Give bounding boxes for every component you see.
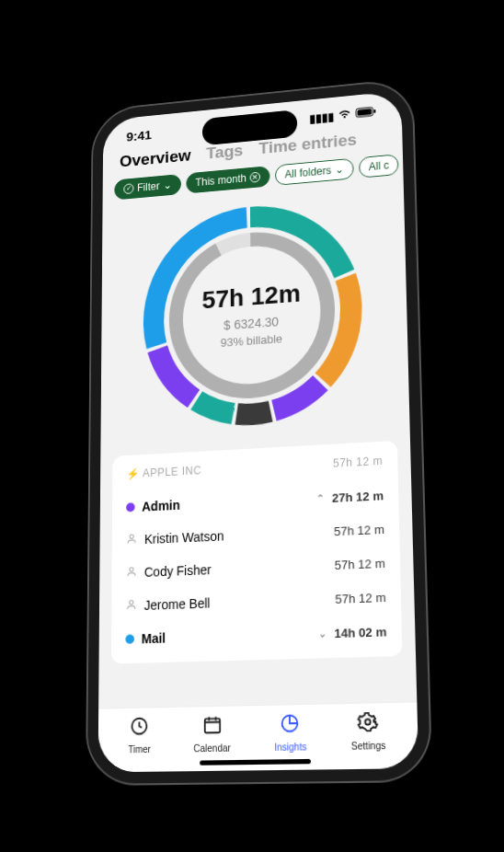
extra-label: All c bbox=[369, 159, 389, 173]
project-row[interactable]: Mail⌄ 14h 02 m bbox=[125, 615, 387, 656]
nav-calendar[interactable]: Calendar bbox=[193, 714, 230, 754]
clock: 9:41 bbox=[126, 127, 151, 144]
battery-icon bbox=[355, 106, 377, 121]
extra-chip[interactable]: All c bbox=[359, 154, 399, 178]
status-icons: ▮▮▮▮ bbox=[309, 106, 376, 125]
person-name: Cody Fisher bbox=[144, 562, 212, 580]
phone-frame: 9:41 ▮▮▮▮ Overview Tags Time entries ✓ F… bbox=[87, 79, 430, 784]
svg-point-5 bbox=[130, 600, 133, 604]
nav-settings[interactable]: Settings bbox=[350, 711, 385, 752]
person-name: Kristin Watson bbox=[144, 528, 224, 547]
client-name: APPLE INC bbox=[143, 464, 201, 479]
person-duration: 57h 12 m bbox=[335, 590, 385, 605]
nav-insights-label: Insights bbox=[274, 742, 306, 753]
chevron-down-icon: ⌄ bbox=[163, 179, 171, 192]
total-time: 57h 12m bbox=[202, 279, 301, 315]
calendar-icon bbox=[202, 714, 223, 740]
donut-chart: 57h 12m $ 6324.30 93% billable bbox=[100, 185, 410, 457]
nav-timer-label: Timer bbox=[128, 744, 151, 755]
person-duration: 57h 12 m bbox=[335, 556, 385, 572]
svg-point-9 bbox=[365, 720, 371, 725]
clock-icon bbox=[130, 716, 149, 742]
project-name: Mail bbox=[142, 630, 166, 646]
project-color-dot bbox=[125, 634, 134, 643]
nav-calendar-label: Calendar bbox=[193, 743, 230, 754]
svg-rect-7 bbox=[204, 719, 219, 733]
client-card: ⚡ APPLE INC 57h 12 m Admin⌃ 27h 12 mKris… bbox=[111, 441, 403, 664]
check-circle-icon: ✓ bbox=[123, 183, 133, 194]
svg-rect-1 bbox=[358, 109, 372, 116]
person-name: Jerome Bell bbox=[144, 595, 211, 613]
wifi-icon bbox=[338, 109, 352, 122]
person-icon bbox=[126, 598, 138, 613]
tab-overview[interactable]: Overview bbox=[120, 146, 191, 171]
client-total: 57h 12 m bbox=[333, 455, 383, 470]
chevron-down-icon: ⌄ bbox=[318, 627, 326, 639]
signal-icon: ▮▮▮▮ bbox=[309, 110, 334, 125]
folders-label: All folders bbox=[285, 165, 332, 181]
chart-icon bbox=[280, 712, 301, 739]
person-duration: 57h 12 m bbox=[334, 522, 384, 538]
svg-point-3 bbox=[130, 535, 133, 538]
svg-point-4 bbox=[130, 568, 133, 571]
project-duration: 14h 02 m bbox=[334, 624, 386, 639]
total-amount: $ 6324.30 bbox=[223, 314, 279, 332]
bolt-icon: ⚡ bbox=[126, 467, 140, 480]
nav-insights[interactable]: Insights bbox=[274, 712, 306, 753]
nav-timer[interactable]: Timer bbox=[128, 716, 151, 755]
chevron-up-icon: ⌃ bbox=[316, 492, 325, 504]
billable-percent: 93% billable bbox=[221, 331, 282, 349]
filter-label: Filter bbox=[137, 180, 160, 194]
period-label: This month bbox=[195, 172, 246, 189]
person-icon bbox=[126, 565, 137, 580]
project-duration: 27h 12 m bbox=[332, 489, 384, 505]
svg-rect-2 bbox=[373, 109, 375, 113]
chevron-down-icon: ⌄ bbox=[335, 163, 344, 176]
person-icon bbox=[126, 533, 137, 547]
project-name: Admin bbox=[142, 498, 180, 514]
close-icon[interactable]: ✕ bbox=[250, 172, 260, 183]
client-header-left: ⚡ APPLE INC bbox=[126, 464, 201, 480]
nav-settings-label: Settings bbox=[351, 741, 386, 752]
gear-icon bbox=[357, 711, 378, 738]
project-color-dot bbox=[126, 502, 135, 512]
